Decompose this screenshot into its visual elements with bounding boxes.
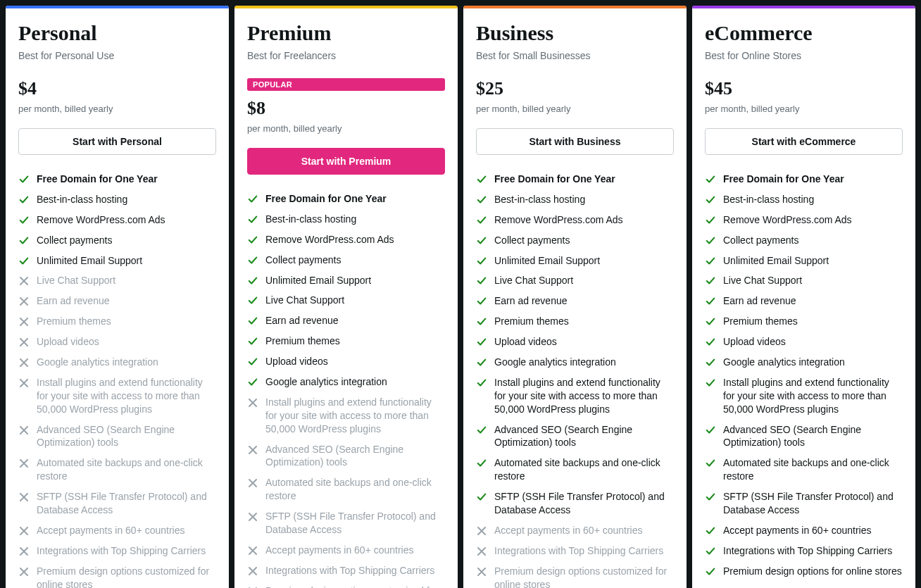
feature-label: Accept payments in 60+ countries xyxy=(723,524,903,537)
plan-title: eCommerce xyxy=(705,21,903,44)
feature-row: Google analytics integration xyxy=(18,352,216,373)
feature-label: Accept payments in 60+ countries xyxy=(265,544,445,557)
feature-row: Remove WordPress.com Ads xyxy=(247,230,445,250)
start-button-personal[interactable]: Start with Personal xyxy=(18,128,216,155)
check-icon xyxy=(705,256,716,267)
x-icon xyxy=(18,296,30,307)
check-icon xyxy=(18,215,30,226)
feature-row: Accept payments in 60+ countries xyxy=(705,520,903,541)
feature-label: Remove WordPress.com Ads xyxy=(265,233,445,246)
feature-label: Free Domain for One Year xyxy=(265,192,445,206)
feature-row: Collect payments xyxy=(705,230,903,251)
check-icon xyxy=(476,174,487,185)
plan-card-premium: PremiumBest for FreelancersPOPULAR$8per … xyxy=(234,6,458,588)
feature-label: Unlimited Email Support xyxy=(265,274,445,287)
feature-label: Google analytics integration xyxy=(265,375,445,389)
feature-label: Advanced SEO (Search Engine Optimization… xyxy=(265,443,445,470)
feature-label: Upload videos xyxy=(265,355,445,368)
check-icon xyxy=(705,337,716,348)
check-icon xyxy=(18,235,30,246)
start-button-premium[interactable]: Start with Premium xyxy=(247,148,445,175)
feature-label: Live Chat Support xyxy=(265,294,445,307)
feature-row: Install plugins and extend functionality… xyxy=(705,373,903,420)
feature-row: Live Chat Support xyxy=(705,270,903,291)
feature-row: Advanced SEO (Search Engine Optimization… xyxy=(476,420,674,453)
feature-label: Upload videos xyxy=(37,335,216,349)
plan-price: $4 xyxy=(18,78,216,99)
feature-list: Free Domain for One YearBest-in-class ho… xyxy=(234,184,458,588)
feature-label: Best-in-class hosting xyxy=(37,193,216,206)
feature-row: Upload videos xyxy=(476,332,674,352)
feature-row: Premium design options customized for on… xyxy=(18,561,216,588)
check-icon xyxy=(247,255,258,266)
feature-label: Collect payments xyxy=(723,234,903,247)
feature-label: Remove WordPress.com Ads xyxy=(723,213,903,227)
feature-label: Unlimited Email Support xyxy=(723,254,903,268)
check-icon xyxy=(705,357,716,368)
plan-subtitle: Best for Freelancers xyxy=(247,50,445,61)
feature-row: Integrations with Top Shipping Carriers xyxy=(247,561,445,581)
check-icon xyxy=(247,377,258,388)
check-icon xyxy=(705,546,716,557)
x-icon xyxy=(476,525,487,537)
check-icon xyxy=(705,215,716,226)
plan-header: PremiumBest for Freelancers xyxy=(234,8,458,71)
check-icon xyxy=(476,492,487,503)
check-icon xyxy=(18,194,30,206)
feature-label: Remove WordPress.com Ads xyxy=(494,213,674,227)
x-icon xyxy=(476,566,487,577)
feature-label: Free Domain for One Year xyxy=(723,173,903,186)
check-icon xyxy=(476,357,487,368)
feature-label: Collect payments xyxy=(37,234,216,247)
price-block: $25per month, billed yearly xyxy=(463,71,687,124)
x-icon xyxy=(247,397,258,408)
feature-row: Automated site backups and one-click res… xyxy=(476,453,674,487)
check-icon xyxy=(476,377,487,389)
feature-row: Premium themes xyxy=(247,331,445,351)
feature-row: Remove WordPress.com Ads xyxy=(476,210,674,230)
feature-label: Advanced SEO (Search Engine Optimization… xyxy=(723,423,903,450)
feature-label: Automated site backups and one-click res… xyxy=(723,456,903,483)
feature-label: Unlimited Email Support xyxy=(37,254,216,268)
feature-label: Upload videos xyxy=(494,335,674,349)
check-icon xyxy=(705,194,716,206)
plan-price: $8 xyxy=(247,98,445,119)
check-icon xyxy=(705,566,716,577)
feature-row: Live Chat Support xyxy=(18,270,216,291)
plan-header: eCommerceBest for Online Stores xyxy=(692,8,915,71)
plan-title: Business xyxy=(476,21,674,44)
feature-label: SFTP (SSH File Transfer Protocol) and Da… xyxy=(723,490,903,517)
check-icon xyxy=(705,275,716,287)
feature-label: SFTP (SSH File Transfer Protocol) and Da… xyxy=(37,490,216,517)
feature-row: Earn ad revenue xyxy=(247,311,445,331)
x-icon xyxy=(18,546,30,557)
feature-label: Google analytics integration xyxy=(37,356,216,369)
feature-label: Collect payments xyxy=(265,254,445,267)
feature-row: Free Domain for One Year xyxy=(247,189,445,209)
check-icon xyxy=(247,336,258,347)
start-button-business[interactable]: Start with Business xyxy=(476,128,674,155)
feature-label: Integrations with Top Shipping Carriers xyxy=(265,564,445,577)
feature-row: Premium design options for online stores xyxy=(705,561,903,582)
feature-row: Unlimited Email Support xyxy=(18,251,216,271)
feature-row: Advanced SEO (Search Engine Optimization… xyxy=(247,439,445,473)
feature-label: Integrations with Top Shipping Carriers xyxy=(723,544,903,558)
plan-subtitle: Best for Online Stores xyxy=(705,50,903,61)
plan-card-personal: PersonalBest for Personal Use$4per month… xyxy=(6,6,229,588)
feature-row: SFTP (SSH File Transfer Protocol) and Da… xyxy=(247,506,445,540)
feature-row: Premium themes xyxy=(705,311,903,332)
feature-list: Free Domain for One YearBest-in-class ho… xyxy=(692,165,915,588)
x-icon xyxy=(18,492,30,503)
plan-price: $25 xyxy=(476,78,674,99)
feature-label: Collect payments xyxy=(494,234,674,247)
plan-billing: per month, billed yearly xyxy=(476,104,674,114)
price-block: $45per month, billed yearly xyxy=(692,71,915,124)
x-icon xyxy=(247,444,258,456)
plan-card-business: BusinessBest for Small Businesses$25per … xyxy=(463,6,687,588)
x-icon xyxy=(247,511,258,523)
feature-row: SFTP (SSH File Transfer Protocol) and Da… xyxy=(18,487,216,520)
x-icon xyxy=(18,377,30,389)
check-icon xyxy=(476,215,487,226)
feature-label: Install plugins and extend functionality… xyxy=(494,376,674,416)
start-button-ecommerce[interactable]: Start with eCommerce xyxy=(705,128,903,155)
